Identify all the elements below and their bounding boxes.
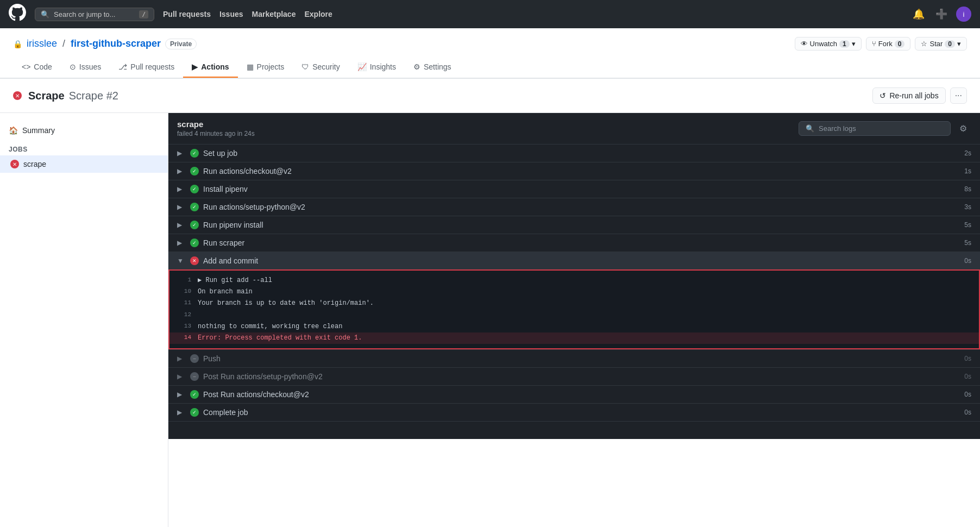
fork-icon: ⑂ — [872, 40, 876, 48]
log-line-text: ▶ Run git add --all — [198, 275, 272, 286]
step-time: 8s — [964, 185, 971, 193]
step-install-pipenv: ▶ ✓ Install pipenv 8s — [168, 180, 980, 198]
repo-name-link[interactable]: first-github-scraper — [71, 38, 161, 49]
step-time: 0s — [964, 391, 971, 398]
step-label: Run actions/setup-python@v2 — [203, 203, 305, 211]
step-time: 5s — [964, 239, 971, 247]
log-line-number: 13 — [174, 322, 191, 331]
chevron-down-icon: ▾ — [852, 40, 856, 48]
log-panel-title-area: scrape failed 4 minutes ago in 24s — [177, 120, 255, 137]
tab-actions-label: Actions — [201, 62, 229, 71]
step-label: Run actions/checkout@v2 — [203, 167, 292, 175]
repo-header: 🔒 irisslee / first-github-scraper Privat… — [0, 28, 980, 79]
step-checkout-header[interactable]: ▶ ✓ Run actions/checkout@v2 1s — [168, 162, 980, 180]
tab-security[interactable]: 🛡 Security — [293, 57, 349, 78]
step-complete-job-header[interactable]: ▶ ✓ Complete job 0s — [168, 404, 980, 421]
more-options-button[interactable]: ··· — [950, 87, 967, 104]
tab-issues[interactable]: ⊙ Issues — [61, 57, 110, 78]
re-run-all-jobs-button[interactable]: ↺ Re-run all jobs — [872, 87, 945, 104]
new-item-button[interactable]: ➕ — [933, 6, 950, 22]
repo-header-inner: 🔒 irisslee / first-github-scraper Privat… — [0, 28, 980, 78]
search-placeholder-text: Search or jump to... — [54, 10, 115, 18]
log-header-right: 🔍 Search logs ⚙ — [799, 121, 971, 136]
code-icon: <> — [22, 62, 30, 71]
step-label: Install pipenv — [203, 185, 248, 193]
step-post-checkout-header[interactable]: ▶ ✓ Post Run actions/checkout@v2 0s — [168, 386, 980, 403]
search-bar[interactable]: 🔍 Search or jump to... / — [35, 8, 154, 21]
chevron-right-icon: ▶ — [177, 149, 186, 157]
issue-icon: ⊙ — [70, 62, 76, 71]
log-line-number: 12 — [174, 310, 191, 320]
actions-icon: ▶ — [192, 62, 198, 71]
log-settings-button[interactable]: ⚙ — [955, 121, 971, 136]
watch-label: Unwatch — [810, 40, 838, 48]
tab-pull-requests[interactable]: ⎇ Pull requests — [110, 57, 183, 78]
step-label: Run scraper — [203, 239, 244, 247]
re-run-label: Re-run all jobs — [889, 91, 938, 100]
star-icon: ☆ — [921, 40, 927, 48]
sidebar-jobs-label: Jobs — [0, 139, 168, 155]
star-count: 0 — [945, 40, 955, 48]
step-status-success-icon: ✓ — [190, 203, 199, 211]
watch-button[interactable]: 👁 Unwatch 1 ▾ — [795, 37, 862, 51]
step-setup-python: ▶ ✓ Run actions/setup-python@v2 3s — [168, 198, 980, 216]
tab-settings[interactable]: ⚙ Settings — [405, 57, 460, 78]
insights-icon: 📈 — [357, 62, 367, 71]
step-post-setup-python: ▶ – Post Run actions/setup-python@v2 0s — [168, 368, 980, 386]
step-setup-job: ▶ ✓ Set up job 2s — [168, 145, 980, 162]
search-shortcut: / — [139, 10, 148, 18]
log-line-14-error: 14 Error: Process completed with exit co… — [169, 332, 979, 344]
step-status-success-icon: ✓ — [190, 239, 199, 247]
lock-icon: 🔒 — [13, 40, 22, 48]
step-post-setup-python-header[interactable]: ▶ – Post Run actions/setup-python@v2 0s — [168, 368, 980, 385]
tab-actions[interactable]: ▶ Actions — [183, 57, 237, 78]
nav-pull-requests[interactable]: Pull requests — [163, 10, 211, 18]
step-label: Push — [203, 354, 221, 363]
step-install-pipenv-header[interactable]: ▶ ✓ Install pipenv 8s — [168, 180, 980, 198]
repo-owner-link[interactable]: irisslee — [27, 38, 57, 49]
github-logo-icon[interactable] — [9, 4, 26, 24]
log-line-number: 11 — [174, 298, 191, 308]
step-run-scraper-header[interactable]: ▶ ✓ Run scraper 5s — [168, 234, 980, 252]
step-post-checkout: ▶ ✓ Post Run actions/checkout@v2 0s — [168, 386, 980, 404]
tab-security-label: Security — [312, 62, 340, 71]
step-time: 1s — [964, 167, 971, 175]
step-push-header[interactable]: ▶ – Push 0s — [168, 350, 980, 367]
fork-button[interactable]: ⑂ Fork 0 — [866, 37, 911, 51]
tab-code[interactable]: <> Code — [13, 57, 61, 78]
step-label: Post Run actions/setup-python@v2 — [203, 372, 323, 381]
log-job-status: failed 4 minutes ago in 24s — [177, 130, 255, 137]
log-line-number: 1 — [174, 275, 191, 285]
step-push: ▶ – Push 0s — [168, 350, 980, 368]
nav-explore[interactable]: Explore — [304, 10, 332, 18]
log-search-bar[interactable]: 🔍 Search logs — [799, 121, 951, 136]
tab-projects-label: Projects — [257, 62, 285, 71]
workflow-actions: ↺ Re-run all jobs ··· — [872, 87, 967, 104]
nav-marketplace[interactable]: Marketplace — [252, 10, 296, 18]
step-status-success-icon: ✓ — [190, 221, 199, 229]
nav-issues[interactable]: Issues — [219, 10, 243, 18]
step-pipenv-install: ▶ ✓ Run pipenv install 5s — [168, 216, 980, 234]
watch-count: 1 — [839, 40, 850, 48]
step-label: Complete job — [203, 408, 248, 417]
log-line-text: nothing to commit, working tree clean — [198, 322, 342, 332]
search-icon: 🔍 — [41, 10, 49, 18]
step-time: 2s — [964, 149, 971, 157]
step-add-commit-header[interactable]: ▼ ✕ Add and commit 0s — [168, 252, 980, 269]
repo-tabs: <> Code ⊙ Issues ⎇ Pull requests ▶ Actio… — [13, 57, 967, 78]
log-line-1: 1 ▶ Run git add --all — [169, 275, 979, 286]
star-button[interactable]: ☆ Star 0 ▾ — [915, 37, 967, 51]
notification-bell-button[interactable]: 🔔 — [910, 6, 927, 22]
tab-insights[interactable]: 📈 Insights — [349, 57, 405, 78]
step-setup-python-header[interactable]: ▶ ✓ Run actions/setup-python@v2 3s — [168, 198, 980, 216]
log-line-text — [198, 310, 202, 321]
main-content: scrape failed 4 minutes ago in 24s 🔍 Sea… — [168, 113, 980, 527]
sidebar-summary-link[interactable]: 🏠 Summary — [0, 122, 168, 139]
step-setup-job-header[interactable]: ▶ ✓ Set up job 2s — [168, 145, 980, 162]
step-time: 5s — [964, 221, 971, 229]
step-pipenv-install-header[interactable]: ▶ ✓ Run pipenv install 5s — [168, 216, 980, 234]
tab-projects[interactable]: ▦ Projects — [238, 57, 293, 78]
step-time: 3s — [964, 203, 971, 211]
sidebar-job-scrape[interactable]: ✕ scrape — [0, 155, 168, 173]
avatar[interactable]: i — [956, 7, 971, 22]
